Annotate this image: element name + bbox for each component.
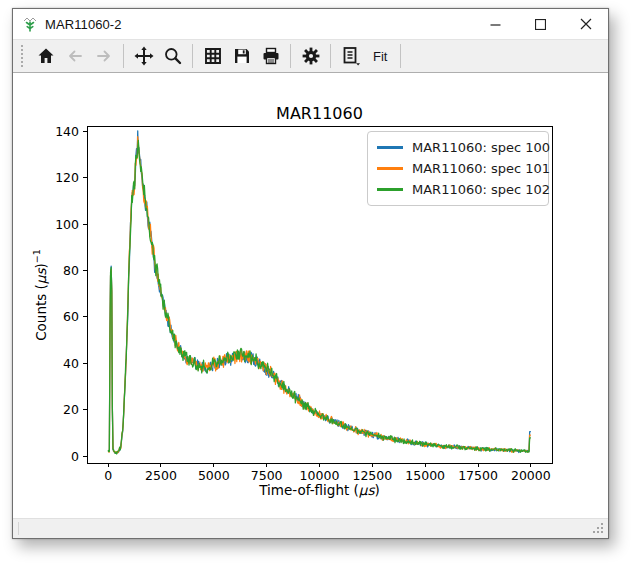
legend-entry: MAR11060: spec 101: [377, 158, 539, 179]
gear-icon: [301, 46, 321, 66]
y-tick-label: 100: [55, 217, 79, 232]
y-tick-label: 60: [63, 309, 79, 324]
resize-grip[interactable]: [592, 522, 605, 535]
pan-icon: [134, 46, 154, 66]
x-tick-label: 20000: [511, 468, 551, 483]
pan-button[interactable]: [130, 43, 157, 70]
legend-label: MAR11060: spec 100: [412, 140, 550, 155]
window-title: MAR11060-2: [45, 17, 122, 32]
x-tick-label: 15000: [405, 468, 445, 483]
print-button[interactable]: [257, 43, 284, 70]
generate-script-button[interactable]: [337, 43, 364, 70]
x-tick-label: 0: [104, 468, 112, 483]
plot-toolbar: Fit: [13, 39, 608, 73]
legend-entry: MAR11060: spec 102: [377, 179, 539, 200]
generate-script-icon: [340, 46, 362, 67]
toolbar-separator: [123, 44, 124, 68]
y-tick-label: 140: [55, 124, 79, 139]
mantid-logo-icon: [22, 16, 38, 32]
home-button[interactable]: [32, 43, 59, 70]
zoom-icon: [163, 46, 183, 66]
y-tick-label: 80: [63, 263, 79, 278]
forward-button[interactable]: [90, 43, 117, 70]
plot-window: MAR11060-2: [12, 8, 609, 539]
arrow-forward-icon: [94, 46, 114, 66]
legend-line-swatch: [377, 188, 403, 191]
plot-title: MAR11060: [87, 104, 552, 123]
save-icon: [232, 46, 252, 66]
x-tick-label: 2500: [145, 468, 177, 483]
minimize-icon: [490, 19, 501, 30]
grid-button[interactable]: [199, 43, 226, 70]
customize-button[interactable]: [297, 43, 324, 70]
back-button[interactable]: [61, 43, 88, 70]
legend: MAR11060: spec 100 MAR11060: spec 101 MA…: [367, 131, 549, 206]
legend-label: MAR11060: spec 102: [412, 182, 550, 197]
minimize-button[interactable]: [473, 9, 518, 39]
y-tick-label: 120: [55, 170, 79, 185]
status-bar: [13, 518, 608, 538]
y-tick-label: 40: [63, 356, 79, 371]
legend-label: MAR11060: spec 101: [412, 161, 550, 176]
toolbar-drag-handle[interactable]: [21, 45, 25, 67]
legend-line-swatch: [377, 167, 403, 170]
print-icon: [261, 46, 281, 66]
close-icon: [580, 18, 592, 30]
grid-icon: [203, 46, 223, 66]
toolbar-separator: [330, 44, 331, 68]
x-tick-label: 7500: [251, 468, 283, 483]
toolbar-separator: [400, 44, 401, 68]
close-button[interactable]: [563, 9, 608, 39]
plot-canvas[interactable]: 0250050007500100001250015000175002000002…: [13, 73, 608, 518]
x-tick-label: 10000: [300, 468, 340, 483]
toolbar-separator: [290, 44, 291, 68]
x-axis-label: Time-of-flight (μs): [87, 482, 552, 498]
toolbar-separator: [192, 44, 193, 68]
y-tick-label: 20: [63, 402, 79, 417]
y-tick-label: 0: [71, 449, 79, 464]
x-tick-label: 5000: [198, 468, 230, 483]
legend-line-swatch: [377, 146, 403, 149]
x-tick-label: 17500: [458, 468, 498, 483]
x-tick-label: 12500: [352, 468, 392, 483]
y-axis-label: Counts (μs)−1: [31, 195, 51, 395]
window-controls: [473, 9, 608, 39]
arrow-back-icon: [65, 46, 85, 66]
status-separator: [18, 522, 19, 535]
zoom-button[interactable]: [159, 43, 186, 70]
home-icon: [36, 46, 56, 66]
maximize-icon: [535, 19, 546, 30]
title-bar[interactable]: MAR11060-2: [13, 9, 608, 39]
fit-button[interactable]: Fit: [365, 45, 395, 68]
save-button[interactable]: [228, 43, 255, 70]
legend-entry: MAR11060: spec 100: [377, 137, 539, 158]
maximize-button[interactable]: [518, 9, 563, 39]
